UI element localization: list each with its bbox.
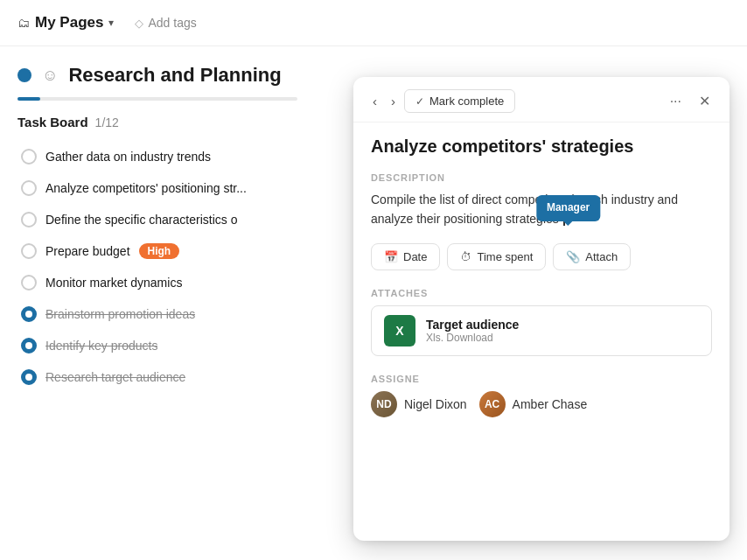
close-panel-button[interactable]: ✕ [694,89,716,113]
task-board-count: 1/12 [95,116,119,130]
time-spent-label: Time spent [477,250,533,263]
panel-task-title: Analyze competitors' strategies [371,136,712,157]
task-text: Identify key products [45,339,157,353]
panel-next-button[interactable]: › [386,90,401,112]
task-text: Research target audience [45,370,185,384]
paperclip-icon: 📎 [566,250,580,263]
attach-item[interactable]: X Target audience Xls. Download [371,305,712,356]
check-icon: ✓ [415,95,424,108]
assignee-nigel-name: Nigel Dixon [404,397,467,411]
panel-prev-button[interactable]: ‹ [367,90,382,112]
task-text: Analyze competitors' positioning str... [45,181,247,195]
task-radio[interactable] [21,243,37,259]
task-text: Prepare budget [45,244,130,258]
description-text: Compile the list of direct competitors i… [371,190,712,229]
assignee-nigel[interactable]: ND Nigel Dixon [371,391,467,417]
attaches-section: ATTACHES X Target audience Xls. Download [371,288,712,356]
mark-complete-button[interactable]: ✓ Mark complete [404,89,515,113]
calendar-icon: 📅 [384,250,398,263]
clock-icon: ⏱ [460,250,471,263]
add-tags-button[interactable]: ◇ Add tags [128,12,203,33]
smiley-icon: ☺ [42,66,58,85]
task-radio[interactable] [21,180,37,196]
add-tags-label: Add tags [148,16,196,30]
task-text: Monitor market dynamics [45,276,182,290]
tooltip-text: Manager [547,201,590,214]
assignee-list: ND Nigel Dixon AC Amber Chase [371,391,712,417]
date-button[interactable]: 📅 Date [371,243,440,270]
task-text: Brainstorm promotion ideas [45,307,195,321]
tooltip-box: Manager [536,195,600,220]
panel-nav: ‹ › ✓ Mark complete [367,89,515,113]
more-options-button[interactable]: ··· [665,90,687,113]
excel-icon: X [384,315,415,346]
attach-name: Target audience [426,318,519,332]
top-bar-left: 🗂 My Pages ▾ [17,14,114,32]
main-area: 🗂 My Pages ▾ ◇ Add tags ☺ Research and P… [0,0,747,560]
date-label: Date [403,250,427,263]
tag-icon: ◇ [135,17,143,30]
task-radio[interactable] [21,306,37,322]
task-radio[interactable] [21,275,37,290]
action-buttons: 📅 Date ⏱ Time spent 📎 Attach [371,243,712,270]
task-radio[interactable] [21,149,37,164]
status-dot [17,68,31,82]
assignee-amber-name: Amber Chase [513,397,588,411]
description-section-label: DESCRIPTION [371,172,712,183]
task-radio[interactable] [21,338,37,354]
assignee-amber[interactable]: AC Amber Chase [479,391,588,417]
progress-bar-container [17,97,297,101]
detail-panel: ‹ › ✓ Mark complete ··· ✕ Analyze compet… [353,77,730,541]
avatar-amber: AC [479,391,506,417]
my-pages-label: My Pages [35,14,103,32]
attach-meta: Xls. Download [426,332,519,344]
description-content: Compile the list of direct competitors i… [371,192,678,226]
assignee-section-label: ASSIGNE [371,374,712,384]
panel-actions: ··· ✕ [665,89,716,113]
attaches-section-label: ATTACHES [371,288,712,298]
task-text: Gather data on industry trends [45,150,211,164]
progress-bar-fill [17,97,40,101]
panel-body: Analyze competitors' strategies DESCRIPT… [353,122,730,541]
task-text: Define the specific characteristics o [45,213,237,227]
task-radio[interactable] [21,369,37,385]
mark-complete-label: Mark complete [429,94,504,108]
priority-badge: High [139,243,180,259]
assignee-section: ASSIGNE ND Nigel Dixon AC Amber Chase [371,374,712,417]
folder-icon: 🗂 [17,16,30,30]
task-radio[interactable] [21,212,37,228]
attach-info: Target audience Xls. Download [426,318,519,344]
chevron-down-icon[interactable]: ▾ [108,17,114,29]
attach-label: Attach [585,250,618,263]
task-board-title: Task Board [17,115,88,130]
panel-header: ‹ › ✓ Mark complete ··· ✕ [353,77,730,122]
time-spent-button[interactable]: ⏱ Time spent [447,243,546,270]
attach-button[interactable]: 📎 Attach [553,243,631,270]
avatar-nigel: ND [371,391,397,417]
top-bar: 🗂 My Pages ▾ ◇ Add tags [0,0,747,46]
page-title: Research and Planning [68,64,281,87]
